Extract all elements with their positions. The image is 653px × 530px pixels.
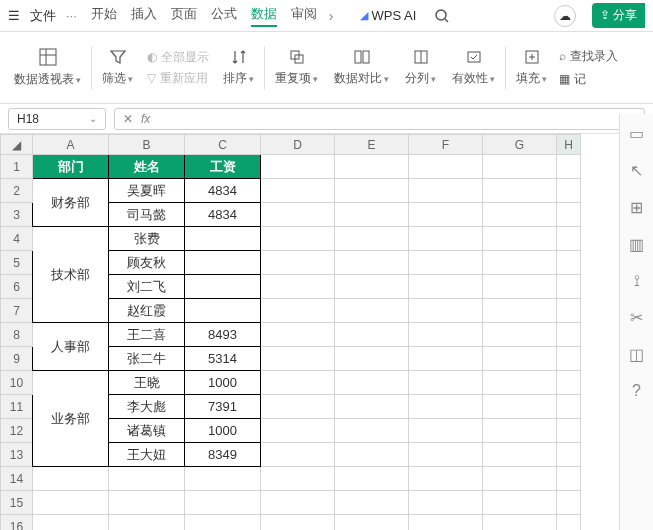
show-all-button[interactable]: ◐全部显示 xyxy=(147,49,209,66)
cell[interactable] xyxy=(185,227,261,251)
cell[interactable]: 4834 xyxy=(185,203,261,227)
row-header[interactable]: 10 xyxy=(1,371,33,395)
cell[interactable]: 财务部 xyxy=(33,179,109,227)
pivot-icon xyxy=(38,47,58,67)
row-header[interactable]: 3 xyxy=(1,203,33,227)
cell[interactable] xyxy=(185,251,261,275)
col-header-B[interactable]: B xyxy=(109,135,185,155)
cell[interactable]: 5314 xyxy=(185,347,261,371)
cell[interactable]: 1000 xyxy=(185,371,261,395)
cell[interactable]: 8349 xyxy=(185,443,261,467)
cell[interactable]: 技术部 xyxy=(33,227,109,323)
row-header[interactable]: 4 xyxy=(1,227,33,251)
cell[interactable]: 张费 xyxy=(109,227,185,251)
tab-formula[interactable]: 公式 xyxy=(211,5,237,27)
ai-logo-icon: ◢ xyxy=(360,9,368,22)
cell[interactable]: 4834 xyxy=(185,179,261,203)
tab-review[interactable]: 审阅 xyxy=(291,5,317,27)
fx-icon[interactable]: fx xyxy=(141,112,150,126)
row-header[interactable]: 8 xyxy=(1,323,33,347)
cell[interactable]: 8493 xyxy=(185,323,261,347)
file-menu[interactable]: 文件 xyxy=(30,7,56,25)
share-button[interactable]: ⇪ 分享 xyxy=(592,3,645,28)
cancel-formula-icon[interactable]: ✕ xyxy=(123,112,133,126)
cell[interactable]: 部门 xyxy=(33,155,109,179)
rail-cursor-icon[interactable]: ↖ xyxy=(630,161,643,180)
col-header-D[interactable]: D xyxy=(261,135,335,155)
rail-tools-icon[interactable]: ✂ xyxy=(630,308,643,327)
pivot-label: 数据透视表▾ xyxy=(14,71,81,88)
cell[interactable]: 姓名 xyxy=(109,155,185,179)
hamburger-icon[interactable]: ☰ xyxy=(8,8,20,23)
rail-select-icon[interactable]: ▭ xyxy=(629,124,644,143)
cell[interactable]: 司马懿 xyxy=(109,203,185,227)
row-header[interactable]: 13 xyxy=(1,443,33,467)
col-header-C[interactable]: C xyxy=(185,135,261,155)
cell[interactable]: 王二喜 xyxy=(109,323,185,347)
cloud-icon[interactable]: ☁ xyxy=(554,5,576,27)
cell[interactable]: 人事部 xyxy=(33,323,109,371)
validity-button[interactable]: 有效性▾ xyxy=(444,32,503,103)
cell[interactable]: 王晓 xyxy=(109,371,185,395)
cell[interactable]: 赵红霞 xyxy=(109,299,185,323)
cell[interactable]: 1000 xyxy=(185,419,261,443)
filter-button[interactable]: 筛选▾ xyxy=(94,32,141,103)
col-header-F[interactable]: F xyxy=(409,135,483,155)
rail-settings-icon[interactable]: ⊞ xyxy=(630,198,643,217)
wps-ai-button[interactable]: ◢ WPS AI xyxy=(360,8,417,23)
cell[interactable]: 李大彪 xyxy=(109,395,185,419)
tabs-next-icon[interactable]: › xyxy=(329,8,334,24)
col-header-A[interactable]: A xyxy=(33,135,109,155)
rail-chart-icon[interactable]: ▥ xyxy=(629,235,644,254)
row-header[interactable]: 15 xyxy=(1,491,33,515)
more-icon[interactable]: ··· xyxy=(66,8,77,23)
record-button[interactable]: ▦记 xyxy=(559,71,618,88)
cell[interactable] xyxy=(185,299,261,323)
row-header[interactable]: 6 xyxy=(1,275,33,299)
name-box[interactable]: H18 ⌄ xyxy=(8,108,106,130)
cell[interactable]: 刘二飞 xyxy=(109,275,185,299)
col-header-G[interactable]: G xyxy=(483,135,557,155)
reapply-button[interactable]: ▽重新应用 xyxy=(147,70,209,87)
col-header-E[interactable]: E xyxy=(335,135,409,155)
formula-input[interactable]: ✕ fx xyxy=(114,108,645,130)
row-header[interactable]: 12 xyxy=(1,419,33,443)
cell[interactable]: 吴夏晖 xyxy=(109,179,185,203)
select-all-corner[interactable]: ◢ xyxy=(1,135,33,155)
cell[interactable]: 7391 xyxy=(185,395,261,419)
row-header[interactable]: 7 xyxy=(1,299,33,323)
tab-start[interactable]: 开始 xyxy=(91,5,117,27)
row-header[interactable]: 9 xyxy=(1,347,33,371)
row-header[interactable]: 16 xyxy=(1,515,33,531)
row-header[interactable]: 11 xyxy=(1,395,33,419)
row-header[interactable]: 2 xyxy=(1,179,33,203)
cell[interactable]: 王大妞 xyxy=(109,443,185,467)
tab-page[interactable]: 页面 xyxy=(171,5,197,27)
cell[interactable]: 工资 xyxy=(185,155,261,179)
fill-button[interactable]: 填充▾ xyxy=(508,32,555,103)
search-icon[interactable] xyxy=(434,8,450,24)
compare-button[interactable]: 数据对比▾ xyxy=(326,32,397,103)
row-header[interactable]: 1 xyxy=(1,155,33,179)
rail-camera-icon[interactable]: ⟟ xyxy=(634,272,640,290)
col-header-H[interactable]: H xyxy=(557,135,581,155)
rail-layers-icon[interactable]: ◫ xyxy=(629,345,644,364)
cell[interactable]: 诸葛镇 xyxy=(109,419,185,443)
cell[interactable]: 张二牛 xyxy=(109,347,185,371)
ai-label: WPS AI xyxy=(372,8,417,23)
row-header[interactable]: 5 xyxy=(1,251,33,275)
tab-insert[interactable]: 插入 xyxy=(131,5,157,27)
tab-data[interactable]: 数据 xyxy=(251,5,277,27)
row-header[interactable]: 14 xyxy=(1,467,33,491)
rail-help-icon[interactable]: ? xyxy=(632,382,641,400)
split-column-button[interactable]: 分列▾ xyxy=(397,32,444,103)
name-box-dropdown-icon[interactable]: ⌄ xyxy=(89,113,97,124)
sort-button[interactable]: 排序▾ xyxy=(215,32,262,103)
pivot-table-button[interactable]: 数据透视表▾ xyxy=(6,32,89,103)
spreadsheet-area[interactable]: ◢ A B C D E F G H 1 部门 姓名 工资 2 财务部 吴夏晖 4… xyxy=(0,134,619,530)
cell[interactable] xyxy=(185,275,261,299)
find-record-button[interactable]: ⌕查找录入 xyxy=(559,48,618,65)
cell[interactable]: 顾友秋 xyxy=(109,251,185,275)
duplicates-button[interactable]: 重复项▾ xyxy=(267,32,326,103)
cell[interactable]: 业务部 xyxy=(33,371,109,467)
